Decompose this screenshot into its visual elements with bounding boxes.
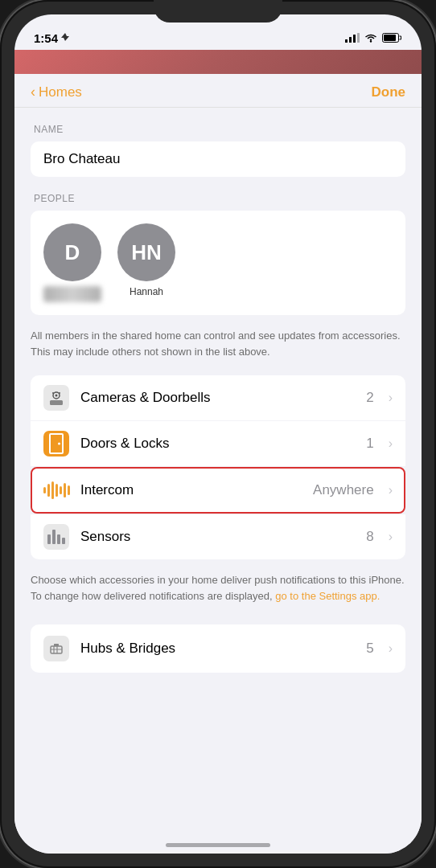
hubs-icon <box>43 636 69 661</box>
svg-rect-1 <box>349 37 352 43</box>
sensors-row-container: Sensors 8 › <box>31 514 405 559</box>
back-label: Homes <box>39 84 82 100</box>
hubs-bridges-row[interactable]: Hubs & Bridges 5 › <box>31 624 405 673</box>
wallpaper-hint <box>14 50 422 74</box>
people-card: D HN Hannah <box>31 211 405 315</box>
name-section: NAME Bro Chateau <box>14 124 422 177</box>
sensor-bar-1 <box>47 534 51 544</box>
doors-label: Doors & Locks <box>80 436 355 452</box>
people-label: PEOPLE <box>31 193 405 204</box>
intercom-chevron-icon: › <box>389 483 393 497</box>
sensors-chevron-icon: › <box>389 530 393 544</box>
status-time: 1:54 <box>34 31 69 45</box>
sensors-value: 8 <box>366 529 373 545</box>
battery-icon <box>382 33 402 43</box>
svg-point-4 <box>370 40 372 42</box>
avatar-hn: HN Hannah <box>117 223 175 297</box>
phone-screen: 1:54 <box>14 14 422 854</box>
svg-point-10 <box>52 392 54 394</box>
svg-rect-3 <box>357 33 360 43</box>
door-rect-icon <box>49 433 64 454</box>
sensor-bar-2 <box>52 530 56 544</box>
svg-point-8 <box>56 395 58 397</box>
hubs-chevron-icon: › <box>389 641 393 656</box>
people-section: PEOPLE D HN Hannah <box>14 193 422 315</box>
intercom-value: Anywhere <box>313 482 374 498</box>
waveform-icon <box>43 481 70 499</box>
waveform-bar-6 <box>64 483 66 497</box>
waveform-bar-5 <box>60 486 62 494</box>
cameras-label: Cameras & Doorbells <box>80 390 355 406</box>
cameras-value: 2 <box>366 390 373 406</box>
notch <box>154 0 282 23</box>
sensor-bar-4 <box>62 538 65 544</box>
phone-frame: 1:54 <box>0 0 436 868</box>
sensor-bar-3 <box>57 534 60 544</box>
doors-chevron-icon: › <box>389 436 393 451</box>
hubs-label: Hubs & Bridges <box>80 641 355 657</box>
cameras-doorbells-row[interactable]: Cameras & Doorbells 2 › <box>31 375 405 420</box>
svg-point-11 <box>59 392 60 394</box>
svg-rect-0 <box>345 39 348 43</box>
doors-value: 1 <box>366 436 373 452</box>
home-indicator[interactable] <box>166 843 270 847</box>
nav-bar: ‹ Homes Done <box>14 74 422 108</box>
settings-section: Cameras & Doorbells 2 › Doors & Locks 1 … <box>14 375 422 559</box>
content-area: ‹ Homes Done NAME Bro Chateau PEOPLE D <box>14 74 422 854</box>
avatar-d-name-blur <box>43 286 101 302</box>
back-chevron-icon: ‹ <box>31 84 35 100</box>
signal-icon <box>345 33 360 43</box>
people-info-text: All members in the shared home can contr… <box>14 320 422 367</box>
avatar-hn-circle: HN <box>117 223 175 281</box>
waveform-bar-3 <box>51 481 54 499</box>
hubs-bridges-container: Hubs & Bridges 5 › <box>31 624 405 673</box>
intercom-row[interactable]: Intercom Anywhere › <box>32 469 404 512</box>
doors-locks-row[interactable]: Doors & Locks 1 › <box>31 421 405 466</box>
wifi-icon <box>364 33 377 43</box>
hubs-svg-icon <box>49 641 64 656</box>
cameras-doorbells-row-container: Cameras & Doorbells 2 › <box>31 375 405 420</box>
cameras-icon <box>43 385 69 411</box>
waveform-bar-7 <box>68 485 70 495</box>
svg-rect-16 <box>54 644 59 646</box>
status-icons <box>345 33 402 43</box>
homes-back-button[interactable]: ‹ Homes <box>31 84 82 100</box>
location-icon <box>61 33 69 43</box>
intercom-label: Intercom <box>80 482 302 498</box>
svg-rect-9 <box>50 400 63 405</box>
name-input[interactable]: Bro Chateau <box>31 141 405 177</box>
intercom-icon <box>43 477 69 503</box>
avatar-d: D <box>43 223 101 302</box>
doors-icon <box>43 431 69 457</box>
cameras-chevron-icon: › <box>389 391 393 405</box>
time-display: 1:54 <box>34 31 58 45</box>
hubs-value: 5 <box>366 641 373 657</box>
intercom-row-highlighted[interactable]: Intercom Anywhere › <box>31 467 405 514</box>
waveform-bar-1 <box>43 487 46 493</box>
notification-text: Choose which accessories in your home de… <box>14 564 422 612</box>
svg-rect-6 <box>384 35 396 41</box>
sensors-icon <box>43 524 69 550</box>
name-label: NAME <box>31 124 405 135</box>
avatar-d-circle: D <box>43 223 101 281</box>
sensors-label: Sensors <box>80 529 355 545</box>
cameras-svg-icon <box>47 389 65 407</box>
bottom-spacer <box>14 673 422 705</box>
settings-app-link[interactable]: go to the Settings app. <box>275 590 380 602</box>
sensors-row[interactable]: Sensors 8 › <box>31 514 405 559</box>
waveform-bar-4 <box>56 484 58 497</box>
sensor-bars-icon <box>47 530 65 544</box>
done-button[interactable]: Done <box>372 84 406 100</box>
avatar-hn-name: Hannah <box>130 286 163 297</box>
svg-rect-2 <box>353 35 356 43</box>
doors-locks-row-container: Doors & Locks 1 › <box>31 421 405 466</box>
waveform-bar-2 <box>47 484 50 497</box>
